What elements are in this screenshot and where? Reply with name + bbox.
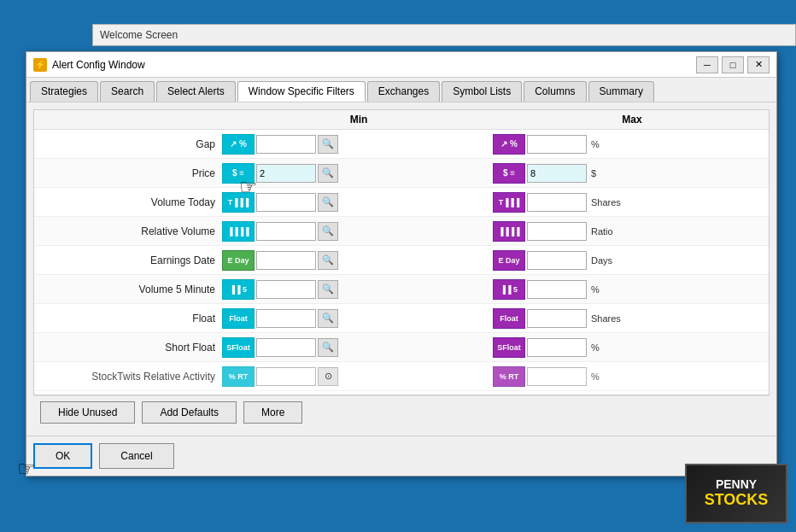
earnings-min-search-button[interactable]: 🔍 bbox=[318, 251, 338, 270]
volume-today-max-input[interactable] bbox=[527, 193, 587, 212]
price-max-type-button[interactable]: $ ≡ bbox=[493, 163, 525, 184]
row-label-relative-volume: Relative Volume bbox=[34, 225, 222, 237]
table-row: Relative Volume ▐▐▐▐ 🔍 ▐▐▐▐ Ratio bbox=[34, 217, 769, 246]
price-max-section: $ ≡ $ bbox=[493, 163, 764, 184]
cancel-button[interactable]: Cancel bbox=[99, 443, 173, 469]
rel-volume-max-type-button[interactable]: ▐▐▐▐ bbox=[493, 221, 525, 242]
price-min-input[interactable] bbox=[256, 164, 316, 183]
table-row: Earnings Date E Day 🔍 E Day Days bbox=[34, 246, 769, 275]
gap-min-input[interactable] bbox=[256, 135, 316, 154]
stocktwits-min-type-button[interactable]: % RT bbox=[222, 366, 255, 387]
rel-volume-min-input[interactable] bbox=[256, 222, 316, 241]
gap-min-search-button[interactable]: 🔍 bbox=[318, 135, 338, 154]
penny-stocks-ad[interactable]: PENNY STOCKS bbox=[685, 464, 787, 523]
tab-summary[interactable]: Summary bbox=[588, 81, 654, 102]
float-min-input[interactable] bbox=[256, 309, 316, 328]
tab-select-alerts[interactable]: Select Alerts bbox=[156, 81, 236, 102]
vol5min-min-input[interactable] bbox=[256, 280, 316, 299]
float-max-type-button[interactable]: Float bbox=[493, 308, 525, 329]
filter-rows[interactable]: Gap ↗ % 🔍 ↗ % % bbox=[34, 130, 769, 395]
volume-today-min-search-button[interactable]: 🔍 bbox=[318, 193, 338, 212]
gap-max-input[interactable] bbox=[527, 135, 587, 154]
vol5min-min-search-button[interactable]: 🔍 bbox=[318, 280, 338, 299]
rel-volume-min-search-button[interactable]: 🔍 bbox=[318, 222, 338, 241]
earnings-max-type-button[interactable]: E Day bbox=[493, 250, 525, 271]
filter-header: Min Max bbox=[34, 110, 769, 130]
content-area: Min Max Gap ↗ % 🔍 ↗ % bbox=[26, 102, 776, 436]
price-min-search-button[interactable]: 🔍 bbox=[318, 164, 338, 183]
short-float-min-input[interactable] bbox=[256, 338, 316, 357]
rel-volume-max-section: ▐▐▐▐ Ratio bbox=[493, 221, 764, 242]
short-float-min-type-button[interactable]: SFloat bbox=[222, 337, 255, 358]
earnings-min-section: E Day 🔍 bbox=[222, 250, 493, 271]
row-label-gap: Gap bbox=[34, 138, 222, 150]
table-row: StockTwits Relative Activity % RT ⊙ % RT… bbox=[34, 362, 769, 391]
hide-unused-button[interactable]: Hide Unused bbox=[40, 401, 135, 424]
short-float-max-type-button[interactable]: SFloat bbox=[493, 337, 525, 358]
rel-volume-min-section: ▐▐▐▐ 🔍 bbox=[222, 221, 493, 242]
add-defaults-button[interactable]: Add Defaults bbox=[142, 401, 237, 424]
earnings-max-input[interactable] bbox=[527, 251, 587, 270]
short-float-unit: % bbox=[591, 342, 617, 353]
vol5min-unit: % bbox=[591, 284, 617, 295]
volume-today-max-section: T▐▐▐ Shares bbox=[493, 192, 764, 213]
welcome-bar: Welcome Screen bbox=[92, 24, 796, 46]
float-min-type-button[interactable]: Float bbox=[222, 308, 255, 329]
stocktwits-min-input[interactable] bbox=[256, 367, 316, 386]
float-min-search-button[interactable]: 🔍 bbox=[318, 309, 338, 328]
filter-area: Min Max Gap ↗ % 🔍 ↗ % bbox=[33, 109, 770, 395]
title-bar: ⚡ Alert Config Window ─ □ ✕ bbox=[26, 52, 776, 78]
more-button[interactable]: More bbox=[243, 401, 302, 424]
float-min-section: Float 🔍 bbox=[222, 308, 493, 329]
gap-min-type-button[interactable]: ↗ % bbox=[222, 134, 255, 155]
stocktwits-min-search-button[interactable]: ⊙ bbox=[318, 367, 338, 386]
row-label-short-float: Short Float bbox=[34, 342, 222, 354]
stocktwits-max-input[interactable] bbox=[527, 367, 587, 386]
tab-exchanges[interactable]: Exchanges bbox=[367, 81, 440, 102]
window-icon: ⚡ bbox=[33, 58, 47, 72]
stocktwits-max-section: % RT % bbox=[493, 366, 764, 387]
vol5min-max-input[interactable] bbox=[527, 280, 587, 299]
tab-columns[interactable]: Columns bbox=[524, 81, 586, 102]
tab-symbol-lists[interactable]: Symbol Lists bbox=[442, 81, 522, 102]
price-max-input[interactable] bbox=[527, 164, 587, 183]
ok-cancel-row: OK Cancel bbox=[26, 436, 776, 476]
stocktwits-max-type-button[interactable]: % RT bbox=[493, 366, 525, 387]
row-label-stocktwits: StockTwits Relative Activity bbox=[34, 371, 222, 383]
bottom-buttons: Hide Unused Add Defaults More bbox=[33, 395, 770, 429]
maximize-button[interactable]: □ bbox=[722, 56, 744, 73]
tab-search[interactable]: Search bbox=[100, 81, 155, 102]
gap-max-section: ↗ % % bbox=[493, 134, 764, 155]
vol5min-min-type-button[interactable]: ▐▐ 5 bbox=[222, 279, 255, 300]
rel-volume-min-type-button[interactable]: ▐▐▐▐ bbox=[222, 221, 255, 242]
title-bar-controls: ─ □ ✕ bbox=[696, 56, 770, 73]
earnings-min-type-button[interactable]: E Day bbox=[222, 250, 255, 271]
close-button[interactable]: ✕ bbox=[747, 56, 770, 73]
price-min-type-button[interactable]: $ ≡ bbox=[222, 163, 255, 184]
volume-today-min-section: T▐▐▐ 🔍 bbox=[222, 192, 493, 213]
header-label-col bbox=[34, 114, 222, 126]
rel-volume-max-input[interactable] bbox=[527, 222, 587, 241]
volume-today-min-input[interactable] bbox=[256, 193, 316, 212]
ok-button[interactable]: OK bbox=[33, 443, 92, 469]
earnings-min-input[interactable] bbox=[256, 251, 316, 270]
tab-strategies[interactable]: Strategies bbox=[30, 81, 98, 102]
float-max-input[interactable] bbox=[527, 309, 587, 328]
table-row: Volume 5 Minute ▐▐ 5 🔍 ▐▐ 5 % bbox=[34, 275, 769, 304]
earnings-max-section: E Day Days bbox=[493, 250, 764, 271]
short-float-min-search-button[interactable]: 🔍 bbox=[318, 338, 338, 357]
header-min: Min bbox=[222, 114, 495, 126]
minimize-button[interactable]: ─ bbox=[696, 56, 718, 73]
welcome-bar-text: Welcome Screen bbox=[100, 29, 178, 41]
short-float-max-input[interactable] bbox=[527, 338, 587, 357]
tab-window-specific-filters[interactable]: Window Specific Filters bbox=[237, 81, 366, 102]
volume-today-min-type-button[interactable]: T▐▐▐ bbox=[222, 192, 255, 213]
gap-min-section: ↗ % 🔍 bbox=[222, 134, 493, 155]
gap-unit: % bbox=[591, 139, 617, 149]
volume-today-max-type-button[interactable]: T▐▐▐ bbox=[493, 192, 525, 213]
gap-max-type-button[interactable]: ↗ % bbox=[493, 134, 525, 155]
vol5min-max-type-button[interactable]: ▐▐ 5 bbox=[493, 279, 525, 300]
table-row: Volume Today T▐▐▐ 🔍 T▐▐▐ Shares bbox=[34, 188, 769, 217]
vol5min-min-section: ▐▐ 5 🔍 bbox=[222, 279, 493, 300]
penny-stocks-text: PENNY STOCKS bbox=[705, 478, 769, 508]
